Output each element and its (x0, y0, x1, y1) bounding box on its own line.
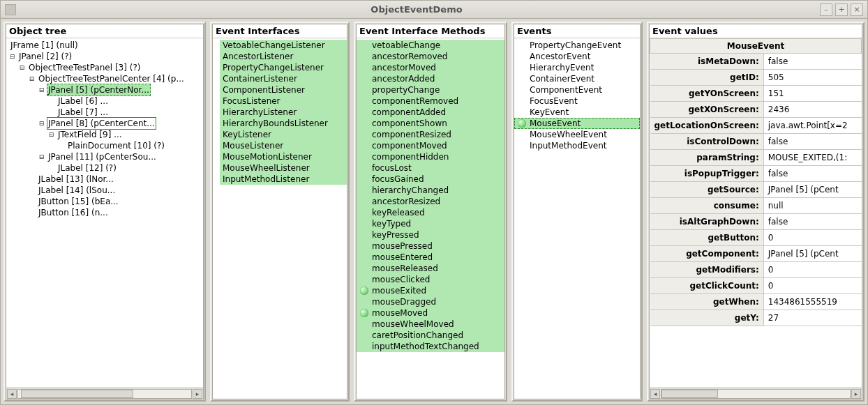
event-item[interactable]: HierarchyEvent (514, 62, 640, 73)
scroll-left-icon[interactable]: ◂ (7, 389, 17, 399)
method-item[interactable]: inputMethodTextChanged (357, 341, 504, 352)
event-item[interactable]: MouseEvent (514, 118, 640, 129)
table-row[interactable]: isPopupTrigger:false (650, 166, 862, 182)
event-item[interactable]: AncestorEvent (514, 51, 640, 62)
method-item[interactable]: focusLost (357, 162, 504, 174)
scroll-track[interactable] (661, 389, 851, 399)
method-item[interactable]: componentResized (357, 129, 504, 140)
titlebar[interactable]: ObjectEventDemo – + × (1, 1, 867, 19)
iface-item[interactable]: KeyListener (220, 129, 347, 140)
close-button[interactable]: × (851, 3, 863, 16)
tree-row[interactable]: JButton [16] (n... (9, 207, 200, 218)
table-row[interactable]: getWhen:1434861555519 (650, 294, 862, 310)
tree-row[interactable]: JLabel [12] (?) (9, 162, 200, 174)
tree-expand-icon[interactable]: ⊟ (48, 132, 54, 138)
method-item[interactable]: componentRemoved (357, 95, 504, 107)
tree-row[interactable]: ⊟JPanel [11] (pCenterSou... (9, 151, 200, 162)
table-row[interactable]: isAltGraphDown:false (650, 214, 862, 230)
values-scrollbar-horizontal[interactable]: ◂ ▸ (650, 388, 862, 399)
maximize-button[interactable]: + (835, 3, 848, 16)
method-item[interactable]: propertyChange (357, 84, 504, 95)
iface-item[interactable]: FocusListener (220, 95, 347, 107)
method-item[interactable]: componentAdded (357, 107, 504, 118)
iface-item[interactable]: MouseListener (220, 140, 347, 151)
tree-row[interactable]: JLabel [6] ... (9, 95, 200, 107)
tree-body[interactable]: JFrame [1] (null) ⊟JPanel [2] (?) ⊟Objec… (6, 38, 203, 388)
iface-item[interactable]: MouseMotionListener (220, 151, 347, 162)
tree-row[interactable]: ⊟ObjectTreeTestPanelCenter [4] (p... (9, 73, 200, 84)
method-item[interactable]: mouseExited (357, 285, 504, 296)
event-item[interactable]: ComponentEvent (514, 84, 640, 95)
method-item[interactable]: mouseReleased (357, 263, 504, 274)
method-item[interactable]: ancestorMoved (357, 62, 504, 73)
method-item[interactable]: hierarchyChanged (357, 185, 504, 196)
iface-item[interactable]: ComponentListener (220, 84, 347, 95)
table-row[interactable]: getID:505 (650, 70, 862, 86)
method-item[interactable]: keyReleased (357, 207, 504, 218)
tree-row[interactable]: ⊟ObjectTreeTestPanel [3] (?) (9, 62, 200, 73)
events-list[interactable]: PropertyChangeEventAncestorEventHierarch… (514, 38, 640, 399)
tree-expand-icon[interactable]: ⊟ (38, 154, 45, 160)
table-row[interactable]: getXOnScreen:2436 (650, 102, 862, 118)
iface-item[interactable]: VetoableChangeListener (220, 40, 347, 51)
table-row[interactable]: consume:null (650, 198, 862, 214)
tree-row[interactable]: ⊟JPanel [2] (?) (9, 51, 200, 62)
event-item[interactable]: KeyEvent (514, 107, 640, 118)
table-row[interactable]: getY:27 (650, 310, 862, 326)
method-item[interactable]: keyPressed (357, 229, 504, 240)
event-item[interactable]: InputMethodEvent (514, 140, 640, 151)
method-item[interactable]: keyTyped (357, 218, 504, 229)
tree-row[interactable]: JLabel [13] (lNor... (9, 174, 200, 185)
method-item[interactable]: vetoableChange (357, 40, 504, 51)
event-item[interactable]: ContainerEvent (514, 73, 640, 84)
iface-item[interactable]: PropertyChangeListener (220, 62, 347, 73)
tree-expand-icon[interactable]: ⊟ (38, 87, 45, 93)
values-body[interactable]: MouseEvent isMetaDown:falsegetID:505getY… (650, 38, 862, 388)
method-item[interactable]: ancestorAdded (357, 73, 504, 84)
ifaces-list[interactable]: VetoableChangeListenerAncestorListenerPr… (213, 38, 347, 399)
tree-row[interactable]: JLabel [14] (lSou... (9, 185, 200, 196)
method-item[interactable]: ancestorRemoved (357, 51, 504, 62)
event-item[interactable]: PropertyChangeEvent (514, 40, 640, 51)
event-item[interactable]: MouseWheelEvent (514, 129, 640, 140)
table-row[interactable]: getSource:JPanel [5] (pCent (650, 182, 862, 198)
tree-expand-icon[interactable]: ⊟ (19, 65, 25, 71)
method-item[interactable]: focusGained (357, 174, 504, 185)
scroll-right-icon[interactable]: ▸ (851, 389, 861, 399)
method-item[interactable]: mouseMoved (357, 307, 504, 319)
tree-row[interactable]: PlainDocument [10] (?) (9, 140, 200, 151)
method-item[interactable]: mousePressed (357, 240, 504, 252)
table-row[interactable]: getClickCount:0 (650, 278, 862, 294)
tree-expand-icon[interactable]: ⊟ (9, 54, 15, 60)
tree-row[interactable]: ⊟JPanel [5] (pCenterNor... (9, 84, 200, 95)
tree-expand-icon[interactable]: ⊟ (38, 121, 45, 127)
table-row[interactable]: getModifiers:0 (650, 262, 862, 278)
tree-row[interactable]: JButton [15] (bEa... (9, 196, 200, 207)
method-item[interactable]: ancestorResized (357, 196, 504, 207)
method-item[interactable]: componentMoved (357, 140, 504, 151)
scroll-right-icon[interactable]: ▸ (193, 389, 202, 399)
method-item[interactable]: componentShown (357, 118, 504, 129)
scroll-thumb[interactable] (661, 390, 718, 398)
iface-item[interactable]: HierarchyBoundsListener (220, 118, 347, 129)
table-row[interactable]: isControlDown:false (650, 134, 862, 150)
scroll-thumb[interactable] (21, 390, 133, 398)
iface-item[interactable]: HierarchyListener (220, 107, 347, 118)
table-row[interactable]: getLocationOnScreen:java.awt.Point[x=2 (650, 118, 862, 134)
method-item[interactable]: mouseWheelMoved (357, 319, 504, 330)
table-row[interactable]: getButton:0 (650, 230, 862, 246)
tree-row[interactable]: JLabel [7] ... (9, 107, 200, 118)
tree-row[interactable]: ⊟JPanel [8] (pCenterCent... (9, 118, 200, 129)
event-item[interactable]: FocusEvent (514, 95, 640, 107)
method-item[interactable]: componentHidden (357, 151, 504, 162)
tree-row[interactable]: ⊟JTextField [9] ... (9, 129, 200, 140)
scroll-track[interactable] (17, 389, 192, 399)
table-row[interactable]: isMetaDown:false (650, 54, 862, 70)
iface-item[interactable]: MouseWheelListener (220, 162, 347, 174)
method-item[interactable]: caretPositionChanged (357, 330, 504, 341)
iface-item[interactable]: ContainerListener (220, 73, 347, 84)
scroll-left-icon[interactable]: ◂ (650, 389, 660, 399)
table-row[interactable]: getComponent:JPanel [5] (pCent (650, 246, 862, 262)
tree-expand-icon[interactable]: ⊟ (29, 76, 35, 82)
minimize-button[interactable]: – (820, 3, 832, 16)
